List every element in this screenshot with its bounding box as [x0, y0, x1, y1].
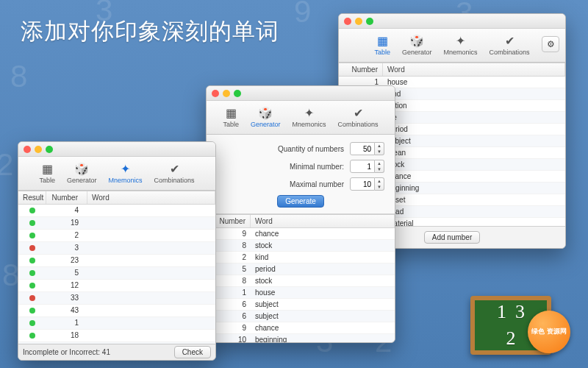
titlebar[interactable]	[207, 86, 395, 101]
table-row[interactable]: 19	[18, 217, 215, 230]
watermark: 绿色 资源网	[528, 311, 570, 353]
table-row[interactable]: 1house	[207, 287, 395, 299]
step-up-icon[interactable]: ▲	[375, 178, 384, 184]
col-word[interactable]: Word	[383, 63, 565, 76]
table-row[interactable]: 6subject	[207, 311, 395, 322]
table-header: Number Word	[207, 215, 395, 228]
cell-number: 18	[46, 330, 87, 342]
close-icon[interactable]	[344, 18, 351, 25]
titlebar[interactable]	[339, 14, 565, 29]
mnemonics-body[interactable]: Result Number Word 419232351233431181915…	[18, 191, 215, 344]
cell-number: 3	[46, 242, 87, 254]
tab-table[interactable]: ▦Table	[218, 105, 243, 130]
minimize-icon[interactable]	[355, 18, 362, 25]
tab-mnemonics[interactable]: ✦Mnemonics	[288, 105, 331, 130]
table-row[interactable]: 9chance	[207, 322, 395, 334]
table-row[interactable]: 9chance	[207, 228, 395, 240]
table-row[interactable]: 2kind	[207, 252, 395, 263]
cell-word: subject	[383, 135, 565, 146]
generate-button[interactable]: Generate	[277, 195, 324, 208]
table-row[interactable]: 6subject	[207, 299, 395, 311]
check-button[interactable]: Check	[174, 346, 211, 358]
table-row[interactable]: 18	[18, 330, 215, 342]
cell-word[interactable]	[87, 255, 215, 266]
cell-word[interactable]	[87, 242, 215, 254]
generated-body[interactable]: Number Word 9chance8stock2kind5period8st…	[207, 214, 395, 342]
close-icon[interactable]	[24, 146, 31, 153]
tab-table[interactable]: ▦Table	[370, 33, 395, 58]
cell-word: life	[383, 112, 565, 123]
col-result[interactable]: Result	[18, 191, 46, 204]
cell-number: 2	[46, 230, 87, 241]
tab-generator[interactable]: 🎲Generator	[62, 161, 101, 186]
tab-generator[interactable]: 🎲Generator	[398, 33, 437, 58]
tab-mnemonics[interactable]: ✦Mnemonics	[104, 161, 147, 186]
maximal-input[interactable]	[350, 177, 375, 191]
titlebar[interactable]	[18, 142, 215, 157]
table-row[interactable]: 8stock	[207, 240, 395, 252]
cell-word[interactable]	[87, 305, 215, 316]
step-down-icon[interactable]: ▼	[375, 166, 384, 172]
cell-word[interactable]	[87, 330, 215, 342]
zoom-icon[interactable]	[234, 90, 241, 97]
cell-word[interactable]	[87, 230, 215, 241]
cell-word[interactable]	[87, 267, 215, 279]
table-row[interactable]: 3	[18, 242, 215, 255]
cell-word: mean	[383, 147, 565, 158]
table-row[interactable]: 1	[18, 317, 215, 330]
table-row[interactable]: 10beginning	[207, 334, 395, 342]
tab-generator[interactable]: 🎲Generator	[246, 105, 285, 130]
tab-combinations[interactable]: ✔Combinations	[334, 105, 383, 130]
cell-word: subject	[251, 311, 395, 322]
minimize-icon[interactable]	[35, 146, 42, 153]
cell-word[interactable]	[87, 217, 215, 229]
table-header: Number Word	[339, 63, 565, 77]
tab-mnemonics[interactable]: ✦Mnemonics	[440, 33, 482, 58]
cell-number: 4	[46, 205, 87, 216]
step-down-icon[interactable]: ▼	[375, 184, 384, 190]
table-row[interactable]: 23	[18, 255, 215, 267]
tab-table[interactable]: ▦Table	[35, 161, 60, 186]
cell-word[interactable]	[87, 280, 215, 291]
step-down-icon[interactable]: ▼	[375, 149, 384, 155]
maximal-stepper[interactable]: ▲▼	[350, 177, 384, 191]
quantity-input[interactable]	[350, 142, 375, 155]
cell-word: beginning	[383, 183, 565, 194]
col-number[interactable]: Number	[339, 63, 383, 76]
cell-number: 19	[46, 217, 87, 229]
col-word[interactable]: Word	[251, 215, 395, 227]
zoom-icon[interactable]	[366, 18, 373, 25]
table-row[interactable]: 43	[18, 305, 215, 317]
result-dot-icon	[29, 245, 35, 251]
cell-number: 1	[46, 317, 87, 329]
step-up-icon[interactable]: ▲	[375, 160, 384, 166]
col-number[interactable]: Number	[46, 191, 87, 204]
tab-combinations[interactable]: ✔Combinations	[150, 161, 199, 186]
cell-word: chance	[251, 322, 395, 333]
table-row[interactable]: 4	[18, 205, 215, 217]
add-number-button[interactable]: Add number	[424, 231, 480, 244]
cell-word[interactable]	[87, 205, 215, 216]
quantity-stepper[interactable]: ▲▼	[350, 142, 384, 155]
minimize-icon[interactable]	[223, 90, 230, 97]
minimal-stepper[interactable]: ▲▼	[350, 160, 384, 173]
step-up-icon[interactable]: ▲	[375, 143, 384, 149]
col-word[interactable]: Word	[87, 191, 215, 204]
tab-combinations[interactable]: ✔Combinations	[485, 33, 534, 58]
cell-word[interactable]	[87, 292, 215, 304]
cell-word: subject	[251, 299, 395, 310]
table-row[interactable]: 12	[18, 280, 215, 292]
table-row[interactable]: 8stock	[207, 275, 395, 287]
table-row[interactable]: 5	[18, 267, 215, 280]
result-dot-icon	[29, 320, 35, 326]
cell-word: chance	[383, 171, 565, 182]
settings-button[interactable]: ⚙	[542, 36, 559, 52]
table-row[interactable]: 2	[18, 230, 215, 242]
minimal-input[interactable]	[350, 160, 375, 173]
table-row[interactable]: 33	[18, 292, 215, 305]
zoom-icon[interactable]	[46, 146, 53, 153]
cell-word[interactable]	[87, 317, 215, 329]
close-icon[interactable]	[212, 90, 219, 97]
table-row[interactable]: 5period	[207, 263, 395, 275]
result-dot-icon	[29, 333, 35, 339]
